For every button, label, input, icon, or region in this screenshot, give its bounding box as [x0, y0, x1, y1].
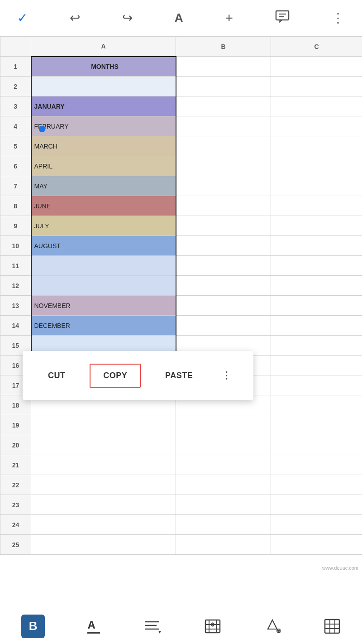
cell-c18[interactable] [271, 395, 362, 415]
cell-a20[interactable] [31, 435, 176, 455]
cell-c25[interactable] [271, 535, 362, 555]
copy-button[interactable]: COPY [90, 364, 141, 388]
row-header-19: 19 [0, 415, 31, 435]
cell-b9[interactable] [176, 216, 271, 236]
paste-button[interactable]: PASTE [157, 366, 201, 385]
cell-a19[interactable] [31, 415, 176, 435]
cell-a13[interactable]: NOVEMBER [31, 296, 176, 316]
cell-b14[interactable] [176, 316, 271, 336]
cell-c15[interactable] [271, 336, 362, 356]
cell-a21[interactable] [31, 455, 176, 475]
cell-a6[interactable]: APRIL [31, 156, 176, 176]
cell-b23[interactable] [176, 495, 271, 515]
cell-a23[interactable] [31, 495, 176, 515]
cell-a2[interactable] [31, 77, 176, 96]
row-header-22: 22 [0, 475, 31, 495]
cut-button[interactable]: CUT [40, 366, 74, 385]
cell-a11[interactable] [31, 256, 176, 276]
cell-b12[interactable] [176, 276, 271, 296]
align-icon [143, 618, 161, 634]
row-header-6: 6 [0, 156, 31, 176]
row-header-7: 7 [0, 176, 31, 196]
cell-b6[interactable] [176, 156, 271, 176]
spreadsheet: A B C 1MONTHS23JANUARY4FEBRUARY5MARCH6AP… [0, 36, 362, 608]
cell-c23[interactable] [271, 495, 362, 515]
row-header-3: 3 [0, 96, 31, 116]
cell-c21[interactable] [271, 455, 362, 475]
cell-a9[interactable]: JULY [31, 216, 176, 236]
align-button[interactable] [138, 616, 166, 636]
bold-icon: B [21, 615, 45, 638]
cell-c4[interactable] [271, 116, 362, 136]
cell-c11[interactable] [271, 256, 362, 276]
context-more-icon[interactable]: ⋮ [217, 365, 236, 386]
cell-b10[interactable] [176, 236, 271, 256]
cell-c22[interactable] [271, 475, 362, 495]
cell-b21[interactable] [176, 455, 271, 475]
cell-c10[interactable] [271, 236, 362, 256]
cell-c5[interactable] [271, 136, 362, 156]
row-header-24: 24 [0, 515, 31, 535]
cell-c8[interactable] [271, 196, 362, 216]
fill-color-button[interactable] [260, 616, 285, 636]
cell-b22[interactable] [176, 475, 271, 495]
cell-c16[interactable] [271, 356, 362, 375]
cell-b1[interactable] [176, 57, 271, 77]
cell-b20[interactable] [176, 435, 271, 455]
cell-a10[interactable]: AUGUST [31, 236, 176, 256]
redo-icon[interactable]: ↪ [119, 7, 136, 29]
col-header-a[interactable]: A [31, 37, 176, 57]
cell-c2[interactable] [271, 77, 362, 96]
cell-a24[interactable] [31, 515, 176, 535]
cell-b7[interactable] [176, 176, 271, 196]
wrap-button[interactable] [199, 616, 226, 636]
cell-b3[interactable] [176, 96, 271, 116]
cell-b4[interactable] [176, 116, 271, 136]
font-size-icon[interactable]: A [171, 7, 187, 29]
cell-c19[interactable] [271, 415, 362, 435]
cell-b2[interactable] [176, 77, 271, 96]
cell-b13[interactable] [176, 296, 271, 316]
cell-c14[interactable] [271, 316, 362, 336]
cell-c17[interactable] [271, 375, 362, 395]
cell-c1[interactable] [271, 57, 362, 77]
cell-c9[interactable] [271, 216, 362, 236]
cell-a25[interactable] [31, 535, 176, 555]
cell-b11[interactable] [176, 256, 271, 276]
more-icon[interactable]: ⋮ [328, 7, 348, 29]
cell-a4[interactable]: FEBRUARY [31, 116, 176, 136]
cell-b5[interactable] [176, 136, 271, 156]
cell-c13[interactable] [271, 296, 362, 316]
cell-c24[interactable] [271, 515, 362, 535]
cell-a3[interactable]: JANUARY [31, 96, 176, 116]
svg-rect-0 [276, 11, 289, 20]
col-header-c[interactable]: C [271, 37, 362, 57]
add-icon[interactable]: + [222, 7, 237, 29]
cell-c6[interactable] [271, 156, 362, 176]
cell-b8[interactable] [176, 196, 271, 216]
cell-a1[interactable]: MONTHS [31, 57, 176, 77]
comment-icon[interactable] [272, 5, 293, 30]
cell-c20[interactable] [271, 435, 362, 455]
cell-b19[interactable] [176, 415, 271, 435]
cell-a12[interactable] [31, 276, 176, 296]
cell-c12[interactable] [271, 276, 362, 296]
table-button[interactable] [319, 616, 345, 636]
font-button[interactable]: A [83, 617, 105, 635]
selection-handle-top[interactable] [39, 126, 45, 132]
row-header-4: 4 [0, 116, 31, 136]
cell-a7[interactable]: MAY [31, 176, 176, 196]
cell-a14[interactable]: DECEMBER [31, 316, 176, 336]
cell-b25[interactable] [176, 535, 271, 555]
sheet-table: A B C 1MONTHS23JANUARY4FEBRUARY5MARCH6AP… [0, 36, 362, 555]
cell-a5[interactable]: MARCH [31, 136, 176, 156]
cell-b24[interactable] [176, 515, 271, 535]
undo-icon[interactable]: ↩ [66, 7, 84, 29]
check-icon[interactable]: ✓ [14, 7, 31, 29]
cell-c7[interactable] [271, 176, 362, 196]
col-header-b[interactable]: B [176, 37, 271, 57]
cell-a22[interactable] [31, 475, 176, 495]
cell-a8[interactable]: JUNE [31, 196, 176, 216]
bold-button[interactable]: B [17, 613, 49, 640]
cell-c3[interactable] [271, 96, 362, 116]
